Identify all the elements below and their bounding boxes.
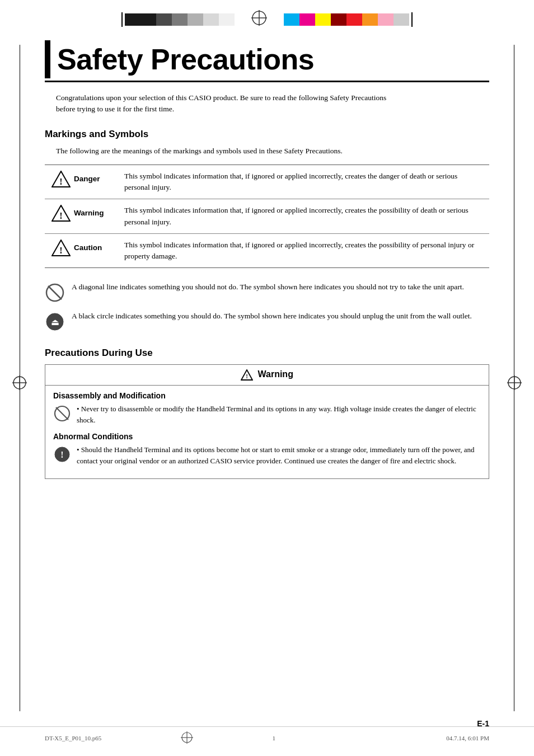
disassembly-item: • Never try to disassemble or modify the… bbox=[53, 403, 481, 425]
color-block-orange bbox=[362, 13, 378, 26]
color-block-cyan bbox=[284, 13, 299, 26]
no-do-icon bbox=[45, 283, 65, 305]
no-do-svg bbox=[45, 283, 65, 303]
warning-icon: ! Warning bbox=[51, 205, 104, 222]
danger-description: This symbol indicates information that, … bbox=[118, 165, 489, 199]
danger-triangle-svg: ! bbox=[51, 171, 71, 187]
caution-icon: ! Caution bbox=[51, 240, 102, 256]
footer-center: 1 bbox=[273, 735, 276, 741]
top-left-line bbox=[121, 12, 123, 27]
table-row-warning: ! Warning This symbol indicates informat… bbox=[45, 199, 489, 234]
color-block-light-gray bbox=[188, 13, 203, 26]
symbols-section: A diagonal line indicates something you … bbox=[45, 281, 489, 334]
abnormal-text: • Should the Handheld Terminal and its o… bbox=[77, 444, 481, 466]
footer-right: 04.7.14, 6:01 PM bbox=[446, 735, 489, 741]
svg-text:⏏: ⏏ bbox=[51, 317, 59, 327]
svg-text:!: ! bbox=[59, 246, 62, 255]
color-block-black2 bbox=[140, 13, 156, 26]
disassembly-no-do-svg bbox=[53, 405, 71, 422]
precautions-header: Precautions During Use bbox=[45, 348, 489, 359]
footer-left: DT-X5_E_P01_10.p65 bbox=[45, 735, 101, 741]
right-crosshair bbox=[507, 375, 522, 392]
footer-crosshair bbox=[181, 731, 193, 745]
color-block-mid-gray bbox=[172, 13, 188, 26]
svg-text:!: ! bbox=[59, 177, 62, 186]
color-block-black bbox=[125, 13, 140, 26]
color-block-white-gray bbox=[203, 13, 219, 26]
svg-line-22 bbox=[56, 407, 68, 420]
disassembly-item-text: Never try to disassemble or modify the H… bbox=[77, 405, 476, 424]
footer: DT-X5_E_P01_10.p65 1 04.7.14, 6:01 PM bbox=[0, 726, 534, 745]
markings-intro: The following are the meanings of the ma… bbox=[56, 145, 489, 157]
danger-label: Danger bbox=[74, 173, 100, 185]
warning-box: ! Warning Disassembly and Modification bbox=[45, 364, 489, 479]
color-block-pink bbox=[378, 13, 394, 26]
abnormal-exclaim-svg: ! bbox=[53, 445, 71, 463]
abnormal-item-text: Should the Handheld Terminal and its opt… bbox=[77, 445, 474, 465]
caution-description: This symbol indicates information that, … bbox=[118, 233, 489, 268]
warning-label: Warning bbox=[74, 208, 104, 219]
page: Safety Precautions Congratulations upon … bbox=[0, 0, 534, 756]
disassembly-title: Disassembly and Modification bbox=[53, 391, 481, 400]
abnormal-exclaim-icon: ! bbox=[53, 445, 71, 466]
svg-text:!: ! bbox=[59, 211, 62, 220]
warning-box-triangle-svg: ! bbox=[241, 369, 253, 381]
abnormal-title: Abnormal Conditions bbox=[53, 432, 481, 441]
title-black-bar bbox=[45, 40, 50, 78]
top-crosshair bbox=[251, 10, 267, 29]
table-row-danger: ! Danger This symbol indicates informati… bbox=[45, 165, 489, 199]
danger-icon: ! Danger bbox=[51, 171, 100, 187]
do-row: ⏏ A black circle indicates something you… bbox=[45, 311, 489, 334]
table-row-caution: ! Caution This symbol indicates informat… bbox=[45, 233, 489, 268]
color-block-dark-red bbox=[331, 13, 346, 26]
main-content: Safety Precautions Congratulations upon … bbox=[0, 35, 534, 501]
color-strip-right bbox=[284, 13, 409, 26]
color-block-magenta bbox=[299, 13, 315, 26]
svg-text:!: ! bbox=[246, 373, 248, 379]
intro-text: Congratulations upon your selection of t… bbox=[56, 92, 392, 115]
caution-label: Caution bbox=[74, 242, 102, 253]
caution-symbol-cell: ! Caution bbox=[45, 233, 118, 268]
warning-box-header: ! Warning bbox=[45, 365, 489, 386]
color-block-dark-gray bbox=[156, 13, 172, 26]
color-block-red bbox=[346, 13, 362, 26]
top-bar bbox=[0, 0, 534, 35]
no-do-row: A diagonal line indicates something you … bbox=[45, 281, 489, 305]
color-block-lt-gray2 bbox=[394, 13, 409, 26]
caution-triangle-svg: ! bbox=[51, 240, 71, 256]
warning-box-title: Warning bbox=[258, 369, 293, 379]
svg-text:!: ! bbox=[60, 450, 63, 459]
top-right-line bbox=[411, 12, 413, 27]
color-block-white bbox=[219, 13, 235, 26]
markings-header: Markings and Symbols bbox=[45, 129, 489, 140]
disassembly-no-do-icon bbox=[53, 405, 71, 425]
left-crosshair bbox=[12, 375, 27, 392]
warning-description: This symbol indicates information that, … bbox=[118, 199, 489, 234]
svg-line-10 bbox=[48, 286, 62, 299]
warning-triangle-svg: ! bbox=[51, 205, 71, 222]
danger-symbol-cell: ! Danger bbox=[45, 165, 118, 199]
disassembly-text: • Never try to disassemble or modify the… bbox=[77, 403, 481, 425]
markings-table: ! Danger This symbol indicates informati… bbox=[45, 165, 489, 269]
do-icon: ⏏ bbox=[45, 312, 65, 334]
color-strip-left bbox=[125, 13, 235, 26]
color-block-yellow bbox=[315, 13, 331, 26]
title-section: Safety Precautions bbox=[45, 40, 489, 82]
precautions-section: Precautions During Use ! Warning Disa bbox=[45, 348, 489, 479]
warning-box-content: Disassembly and Modification • Never try… bbox=[45, 386, 489, 478]
no-do-text: A diagonal line indicates something you … bbox=[72, 281, 464, 293]
do-svg: ⏏ bbox=[45, 312, 65, 332]
page-title: Safety Precautions bbox=[57, 43, 489, 76]
abnormal-item: ! • Should the Handheld Terminal and its… bbox=[53, 444, 481, 466]
warning-symbol-cell: ! Warning bbox=[45, 199, 118, 234]
do-text: A black circle indicates something you s… bbox=[72, 311, 472, 322]
warning-box-triangle-icon: ! bbox=[241, 369, 257, 379]
